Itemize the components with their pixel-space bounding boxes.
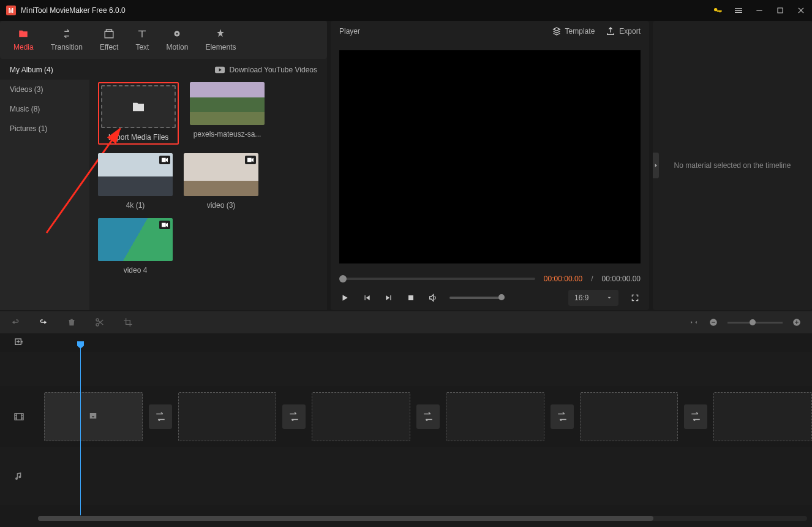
app-title: MiniTool MovieMaker Free 6.0.0 (21, 6, 126, 15)
media-item[interactable]: video (3) (184, 153, 258, 210)
toolbar-tabs: Media Transition Effect Text Motion Elem… (0, 21, 327, 59)
undo-button[interactable] (10, 317, 21, 328)
clip-slot[interactable] (580, 392, 679, 441)
upgrade-key-icon[interactable] (713, 6, 723, 15)
zoom-out-button[interactable] (708, 317, 719, 328)
add-track-button[interactable] (13, 337, 24, 348)
media-grid: Import Media Files pexels-mateusz-sa... … (89, 80, 327, 277)
media-item[interactable]: 4k (1) (98, 153, 173, 210)
aspect-ratio-select[interactable]: 16:9 (568, 290, 618, 306)
video-badge-icon (159, 156, 170, 164)
svg-rect-1 (105, 31, 113, 38)
timeline-scrollbar[interactable] (38, 516, 807, 521)
template-button[interactable]: Template (552, 26, 595, 36)
video-track-icon (13, 411, 24, 422)
close-icon[interactable] (796, 6, 806, 15)
svg-rect-2 (107, 29, 112, 31)
volume-icon[interactable] (427, 292, 438, 303)
transition-slot[interactable] (684, 404, 707, 429)
svg-rect-16 (15, 414, 23, 420)
text-track[interactable] (38, 352, 812, 386)
play-button[interactable] (339, 292, 350, 303)
tab-effect[interactable]: Effect (91, 21, 127, 59)
timeline (0, 333, 812, 526)
media-thumb[interactable] (190, 82, 265, 125)
svg-rect-9 (162, 223, 166, 227)
svg-point-4 (176, 33, 178, 35)
svg-rect-0 (778, 8, 783, 13)
download-youtube-icon (215, 66, 225, 74)
media-item[interactable]: video 4 (98, 218, 173, 275)
svg-rect-8 (247, 158, 252, 162)
transition-slot[interactable] (551, 404, 574, 429)
tab-elements[interactable]: Elements (197, 21, 244, 59)
delete-button[interactable] (66, 317, 77, 328)
video-track[interactable] (38, 386, 812, 447)
empty-state-text: No material selected on the timeline (674, 161, 791, 170)
stop-button[interactable] (405, 292, 416, 303)
clip-slot[interactable] (312, 392, 410, 441)
time-total: 00:00:00.00 (602, 275, 641, 283)
titlebar: M MiniTool MovieMaker Free 6.0.0 (0, 0, 812, 21)
import-media-button[interactable] (101, 85, 176, 128)
clip-slot[interactable] (713, 392, 812, 441)
download-youtube-link[interactable]: Download YouTube Videos (230, 66, 317, 74)
svg-rect-7 (162, 158, 166, 162)
playhead[interactable] (80, 341, 81, 515)
player-screen[interactable] (339, 50, 641, 264)
maximize-icon[interactable] (775, 6, 785, 15)
sidebar-item-pictures[interactable]: Pictures (1) (0, 119, 89, 138)
time-separator: / (591, 275, 593, 283)
zoom-in-button[interactable] (791, 317, 802, 328)
media-item[interactable]: pexels-mateusz-sa... (190, 82, 265, 145)
chevron-down-icon (606, 295, 612, 301)
transition-slot[interactable] (416, 404, 440, 429)
volume-slider[interactable] (449, 297, 505, 299)
redo-button[interactable] (38, 317, 49, 328)
clip-slot[interactable] (178, 392, 277, 441)
tab-text[interactable]: Text (127, 21, 157, 59)
scrub-head[interactable] (339, 275, 347, 282)
media-thumb[interactable] (98, 153, 173, 196)
scrub-track[interactable] (339, 278, 535, 280)
next-frame-button[interactable] (383, 292, 394, 303)
import-label: Import Media Files (108, 133, 169, 142)
sidebar-item-videos[interactable]: Videos (3) (0, 80, 89, 99)
properties-panel: No material selected on the timeline (653, 21, 812, 310)
clip-slot[interactable] (446, 392, 544, 441)
menu-icon[interactable] (734, 6, 743, 15)
transition-slot[interactable] (149, 404, 172, 429)
media-sidebar: My Album (4) Videos (3) Music (8) Pictur… (0, 60, 89, 310)
video-badge-icon (245, 156, 256, 164)
sidebar-item-myalbum[interactable]: My Album (4) (0, 60, 89, 80)
media-thumb[interactable] (98, 218, 173, 261)
tab-media[interactable]: Media (5, 21, 42, 59)
split-button[interactable] (94, 317, 105, 328)
tab-transition[interactable]: Transition (42, 21, 91, 59)
prev-frame-button[interactable] (361, 292, 372, 303)
clip-slot[interactable] (44, 392, 143, 441)
zoom-slider[interactable] (727, 322, 783, 324)
media-label: video 4 (124, 266, 148, 275)
sidebar-item-music[interactable]: Music (8) (0, 99, 89, 119)
media-thumb[interactable] (184, 153, 258, 196)
app-logo: M (6, 6, 16, 15)
crop-button[interactable] (122, 317, 133, 328)
audio-track[interactable] (38, 447, 812, 505)
minimize-icon[interactable] (754, 6, 764, 15)
collapse-panel-button[interactable] (653, 153, 659, 178)
time-current: 00:00:00.00 (544, 275, 582, 283)
auto-fit-button[interactable] (688, 317, 699, 328)
import-highlight: Import Media Files (98, 82, 179, 145)
timeline-ruler[interactable] (38, 333, 812, 352)
media-label: video (3) (207, 201, 236, 210)
export-button[interactable]: Export (606, 26, 641, 36)
tab-motion[interactable]: Motion (157, 21, 197, 59)
media-label: pexels-mateusz-sa... (194, 130, 261, 138)
player-title: Player (339, 27, 360, 36)
fullscreen-button[interactable] (630, 292, 641, 303)
media-label: 4k (1) (126, 201, 145, 210)
editor-toolbar (0, 311, 812, 333)
transition-slot[interactable] (282, 404, 306, 429)
audio-track-icon (14, 471, 24, 482)
